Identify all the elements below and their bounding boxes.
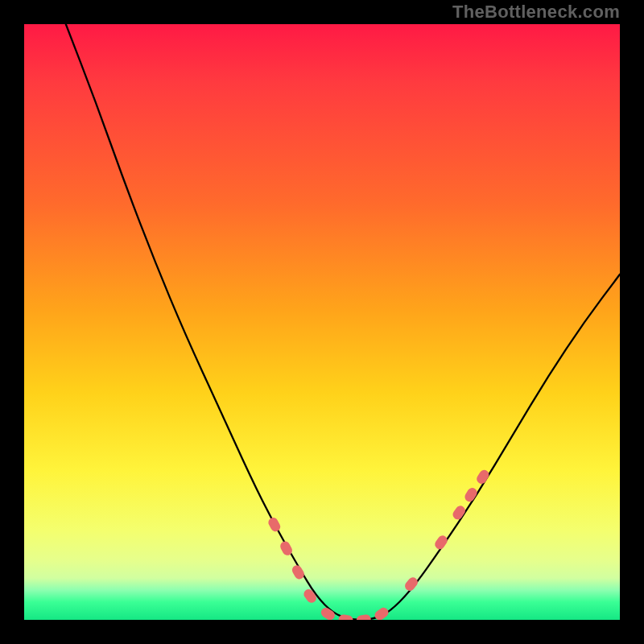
- curve-marker: [291, 564, 306, 581]
- curve-marker: [266, 516, 282, 534]
- curve-marker: [338, 614, 354, 620]
- bottleneck-curve: [66, 24, 620, 620]
- watermark-text: TheBottleneck.com: [452, 2, 620, 23]
- curve-marker: [302, 588, 318, 605]
- plot-area: [24, 24, 620, 620]
- curve-marker: [356, 614, 372, 620]
- curve-marker: [279, 539, 294, 557]
- curve-marker: [373, 605, 390, 620]
- curve-marker: [433, 534, 449, 551]
- chart-frame: TheBottleneck.com: [0, 0, 644, 644]
- marker-group: [266, 469, 490, 620]
- curve-marker: [320, 606, 337, 620]
- curve-marker: [451, 504, 467, 522]
- curve-marker: [403, 576, 420, 593]
- curve-marker: [475, 469, 491, 486]
- bottleneck-curve-svg: [24, 24, 620, 620]
- curve-group: [66, 24, 620, 620]
- curve-marker: [463, 486, 479, 504]
